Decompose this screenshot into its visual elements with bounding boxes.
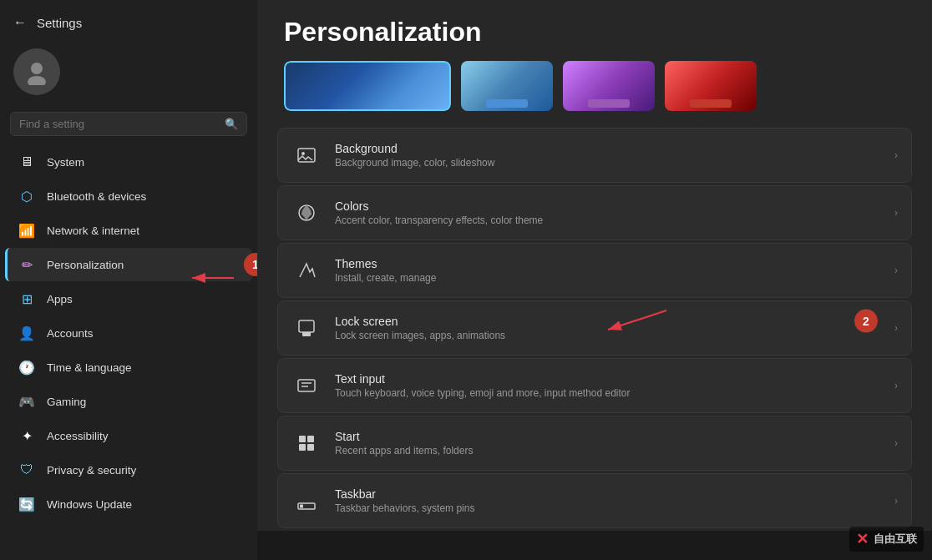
start-icon (291, 428, 322, 458)
svg-rect-9 (307, 436, 314, 442)
svg-rect-8 (299, 436, 306, 442)
start-text: Start Recent apps and items, folders (335, 430, 881, 457)
settings-item-lock-screen[interactable]: Lock screen Lock screen images, apps, an… (277, 300, 912, 356)
settings-item-themes[interactable]: Themes Install, create, manage › (277, 243, 912, 298)
back-button[interactable]: ← (13, 15, 27, 30)
settings-item-start[interactable]: Start Recent apps and items, folders › (277, 416, 912, 471)
sidebar-item-label: Accounts (47, 327, 94, 340)
svg-point-0 (31, 63, 43, 74)
accounts-icon: 👤 (18, 325, 35, 341)
sidebar-item-accounts[interactable]: 👤 Accounts (5, 316, 252, 350)
sidebar: ← Settings 🔍 🖥 System ⬡ Bluetooth & devi… (0, 0, 257, 560)
search-input[interactable] (19, 118, 225, 130)
avatar-section (0, 38, 257, 108)
sidebar-item-bluetooth[interactable]: ⬡ Bluetooth & devices (5, 179, 252, 213)
themes-icon (291, 255, 322, 285)
svg-point-3 (301, 152, 305, 155)
lock-screen-text: Lock screen Lock screen images, apps, an… (335, 315, 881, 341)
svg-rect-5 (299, 320, 314, 332)
chevron-icon: › (894, 149, 898, 161)
theme-preview-blue[interactable] (461, 61, 553, 111)
background-text: Background Background image, color, slid… (335, 142, 881, 169)
background-icon (291, 140, 322, 170)
network-icon: 📶 (18, 222, 35, 239)
themes-title: Themes (335, 257, 881, 270)
theme-preview-selected[interactable] (284, 61, 451, 111)
settings-item-text-input[interactable]: Text input Touch keyboard, voice typing,… (277, 358, 912, 413)
colors-icon (291, 198, 322, 228)
sidebar-item-label: System (47, 156, 84, 169)
accessibility-icon: ✦ (18, 427, 35, 444)
themes-text: Themes Install, create, manage (335, 257, 881, 284)
sidebar-header: ← Settings (0, 0, 257, 38)
background-desc: Background image, color, slideshow (335, 157, 881, 169)
avatar[interactable] (13, 48, 60, 95)
bluetooth-icon: ⬡ (18, 188, 35, 204)
lock-screen-icon (291, 313, 322, 343)
sidebar-item-apps[interactable]: ⊞ Apps (5, 282, 252, 315)
chevron-icon: › (894, 380, 898, 391)
svg-point-1 (28, 76, 46, 85)
sidebar-nav: 🖥 System ⬡ Bluetooth & devices 📶 Network… (0, 144, 257, 522)
sidebar-item-windows-update[interactable]: 🔄 Windows Update (5, 487, 252, 521)
theme-previews (257, 61, 932, 128)
time-icon: 🕐 (18, 359, 35, 376)
start-title: Start (335, 430, 881, 443)
sidebar-item-label: Network & internet (47, 225, 139, 237)
lock-screen-title: Lock screen (335, 315, 881, 328)
main-content-wrapper: Personalization Back (257, 0, 932, 560)
theme-preview-purple[interactable] (563, 61, 655, 111)
chevron-icon: › (894, 207, 898, 219)
theme-preview-main-image (284, 61, 451, 111)
back-icon: ← (13, 15, 27, 30)
svg-rect-13 (300, 505, 303, 508)
taskbar-title: Taskbar (335, 487, 881, 501)
svg-rect-7 (298, 380, 315, 391)
chevron-icon: › (894, 437, 898, 449)
taskbar-icon (291, 486, 322, 516)
text-input-title: Text input (335, 372, 881, 386)
chevron-icon: › (894, 495, 898, 507)
annotation-1: 1 (244, 253, 257, 276)
sidebar-item-label: Privacy & security (47, 464, 136, 477)
taskbar-indicator-purple (588, 99, 630, 108)
colors-desc: Accent color, transparency effects, colo… (335, 214, 881, 226)
sidebar-item-system[interactable]: 🖥 System (5, 145, 252, 179)
chevron-icon: › (894, 322, 898, 334)
privacy-icon: 🛡 (18, 462, 35, 478)
sidebar-item-network[interactable]: 📶 Network & internet (5, 214, 252, 247)
colors-text: Colors Accent color, transparency effect… (335, 199, 881, 226)
sidebar-item-label: Bluetooth & devices (47, 190, 146, 203)
theme-preview-dark-red[interactable] (665, 61, 757, 111)
settings-item-taskbar[interactable]: Taskbar Taskbar behaviors, system pins › (277, 473, 912, 528)
windows-update-icon: 🔄 (18, 496, 35, 512)
taskbar-desc: Taskbar behaviors, system pins (335, 502, 881, 514)
sidebar-item-gaming[interactable]: 🎮 Gaming (5, 385, 252, 418)
sidebar-item-personalization[interactable]: ✏ Personalization 1 (5, 248, 252, 281)
sidebar-item-time[interactable]: 🕐 Time & language (5, 351, 252, 384)
gaming-icon: 🎮 (18, 393, 35, 410)
main-header: Personalization (257, 0, 932, 61)
settings-list: Background Background image, color, slid… (257, 128, 932, 528)
apps-icon: ⊞ (18, 290, 35, 307)
settings-item-background[interactable]: Background Background image, color, slid… (277, 128, 912, 183)
chevron-icon: › (894, 265, 898, 276)
text-input-text: Text input Touch keyboard, voice typing,… (335, 372, 881, 399)
system-icon: 🖥 (18, 154, 35, 170)
sidebar-item-label: Time & language (47, 361, 132, 374)
background-title: Background (335, 142, 881, 155)
page-title: Personalization (284, 17, 905, 48)
search-box[interactable]: 🔍 (10, 112, 247, 136)
taskbar-text: Taskbar Taskbar behaviors, system pins (335, 487, 881, 514)
app-title: Settings (37, 16, 82, 30)
taskbar-indicator-red (690, 99, 732, 108)
sidebar-item-label: Personalization (47, 259, 124, 271)
sidebar-item-privacy[interactable]: 🛡 Privacy & security (5, 453, 252, 487)
taskbar-indicator-blue (486, 99, 528, 108)
sidebar-item-accessibility[interactable]: ✦ Accessibility (5, 419, 252, 452)
themes-desc: Install, create, manage (335, 272, 881, 284)
search-icon: 🔍 (225, 118, 238, 130)
text-input-desc: Touch keyboard, voice typing, emoji and … (335, 387, 881, 399)
start-desc: Recent apps and items, folders (335, 445, 881, 457)
settings-item-colors[interactable]: Colors Accent color, transparency effect… (277, 185, 912, 240)
